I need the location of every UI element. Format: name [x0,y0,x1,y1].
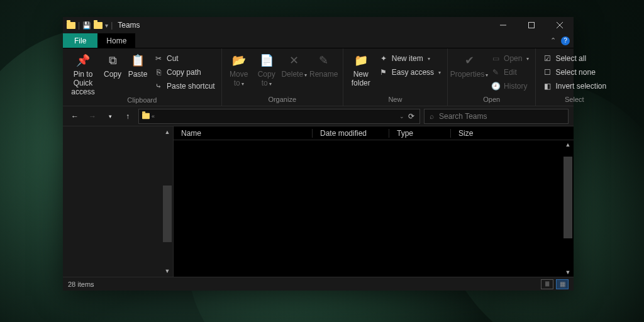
ribbon-tabs: File Home ⌃ ? [63,33,574,48]
properties-button[interactable]: ✔Properties▾ [452,51,487,79]
minimize-button[interactable] [489,17,517,33]
paste-button[interactable]: 📋 Paste [126,51,150,79]
folder-icon [67,22,75,29]
search-icon: ⌕ [430,112,434,121]
edit-button[interactable]: ✎Edit [488,66,531,79]
scroll-up-icon[interactable]: ▲ [165,129,170,135]
chevron-left-icon[interactable]: « [152,113,155,119]
search-box[interactable]: ⌕ Search Teams [424,109,569,124]
easy-access-button[interactable]: ⚑Easy access▾ [376,66,443,79]
column-name[interactable]: Name [174,129,312,138]
file-list: Name Date modified Type Size ▲ ▼ [174,126,574,277]
column-date[interactable]: Date modified [312,129,389,138]
ribbon-group-clipboard: 📌 Pin to Quick access ⧉ Copy 📋 Paste ✂Cu… [63,48,222,106]
group-label: Clipboard [63,96,221,106]
scroll-down-icon[interactable]: ▼ [565,269,571,275]
scrollbar-thumb[interactable] [163,186,172,242]
copy-to-icon: 📄 [258,52,275,69]
body: ▲ ▼ Name Date modified Type Size ▲ ▼ [63,126,574,277]
navigation-pane[interactable]: ▲ ▼ [63,126,174,277]
tab-file[interactable]: File [63,33,97,48]
ribbon-group-organize: 📂Move to▾ 📄Copy to▾ ✕Delete▾ ✎Rename Org… [222,48,343,106]
easy-access-icon: ⚑ [379,67,389,77]
details-view-icon[interactable]: ≣ [541,279,553,289]
pin-icon: 📌 [75,52,91,69]
forward-button[interactable]: → [86,109,99,123]
maximize-button[interactable] [517,17,545,33]
new-item-button[interactable]: ✦New item▾ [376,52,443,65]
select-none-icon: ☐ [542,67,552,77]
collapse-ribbon-icon[interactable]: ⌃ [550,36,556,45]
help-icon[interactable]: ? [561,36,570,45]
content-scrollbar[interactable]: ▲ ▼ [564,142,572,275]
delete-button[interactable]: ✕Delete▾ [281,51,308,79]
status-bar: 28 items ≣ ▦ [63,277,574,291]
back-button[interactable]: ← [68,109,82,123]
column-type[interactable]: Type [389,129,450,138]
refresh-icon[interactable]: ⟳ [408,112,414,121]
shortcut-icon: ⤷ [153,81,164,91]
large-icons-view-icon[interactable]: ▦ [556,279,569,289]
tab-home[interactable]: Home [97,33,135,48]
scrollbar-thumb[interactable] [564,157,572,238]
separator-icon: | [111,21,113,30]
dropdown-icon[interactable]: ▾ [105,22,108,29]
recent-locations-button[interactable]: ▾ [103,109,117,123]
rename-button[interactable]: ✎Rename [309,51,339,79]
copy-path-icon: ⎘ [153,67,164,77]
cut-icon: ✂ [153,53,164,64]
nav-scrollbar[interactable]: ▲ ▼ [163,129,172,274]
select-none-button[interactable]: ☐Select none [540,66,609,79]
svg-rect-1 [528,23,534,28]
move-to-icon: 📂 [231,52,247,69]
move-to-button[interactable]: 📂Move to▾ [226,51,252,88]
address-bar[interactable]: « ⌄ ⟳ [138,109,420,124]
group-label: Organize [222,96,343,106]
copy-to-button[interactable]: 📄Copy to▾ [253,51,280,88]
history-button[interactable]: 🕘History [488,80,531,92]
status-count: 28 items [68,280,94,288]
new-folder-icon: 📁 [353,52,369,69]
copy-button[interactable]: ⧉ Copy [101,51,125,79]
column-headers[interactable]: Name Date modified Type Size [174,126,574,140]
window-title: Teams [118,21,140,30]
scroll-down-icon[interactable]: ▼ [165,268,170,274]
column-size[interactable]: Size [450,129,494,138]
open-icon: ▭ [491,53,501,64]
group-label: Open [448,96,535,106]
invert-selection-icon: ◧ [542,81,552,91]
new-item-icon: ✦ [379,53,389,64]
select-all-button[interactable]: ☑Select all [540,52,609,65]
edit-icon: ✎ [491,67,501,77]
properties-icon: ✔ [461,52,477,69]
select-all-icon: ☑ [542,53,552,64]
ribbon-group-select: ☑Select all ☐Select none ◧Invert selecti… [536,48,613,106]
ribbon-group-new: 📁New folder ✦New item▾ ⚑Easy access▾ New [343,48,448,106]
cut-button[interactable]: ✂Cut [151,52,218,65]
folder-icon [94,22,103,29]
search-placeholder: Search Teams [439,112,487,121]
history-icon: 🕘 [491,81,501,91]
ribbon-group-open: ✔Properties▾ ▭Open▾ ✎Edit 🕘History Open [448,48,536,106]
explorer-window: | 💾 ▾ | Teams File Home ⌃ ? 📌 Pin to Qui… [63,17,574,291]
pin-to-quick-access-button[interactable]: 📌 Pin to Quick access [67,51,99,96]
up-button[interactable]: ↑ [121,109,135,123]
save-icon[interactable]: 💾 [82,21,91,30]
titlebar[interactable]: | 💾 ▾ | Teams [63,17,574,33]
new-folder-button[interactable]: 📁New folder [347,51,375,88]
delete-icon: ✕ [286,52,303,69]
address-row: ← → ▾ ↑ « ⌄ ⟳ ⌕ Search Teams [63,106,574,126]
close-button[interactable] [545,17,574,33]
ribbon: 📌 Pin to Quick access ⧉ Copy 📋 Paste ✂Cu… [63,48,574,106]
dropdown-icon[interactable]: ⌄ [399,113,404,119]
folder-icon [142,113,150,119]
open-button[interactable]: ▭Open▾ [488,52,531,65]
paste-icon: 📋 [130,52,146,69]
group-label: New [343,96,447,106]
rename-icon: ✎ [316,52,332,69]
copy-path-button[interactable]: ⎘Copy path [151,66,218,79]
invert-selection-button[interactable]: ◧Invert selection [540,80,609,92]
paste-shortcut-button[interactable]: ⤷Paste shortcut [151,80,218,92]
scroll-up-icon[interactable]: ▲ [565,142,571,148]
copy-icon: ⧉ [104,52,121,69]
